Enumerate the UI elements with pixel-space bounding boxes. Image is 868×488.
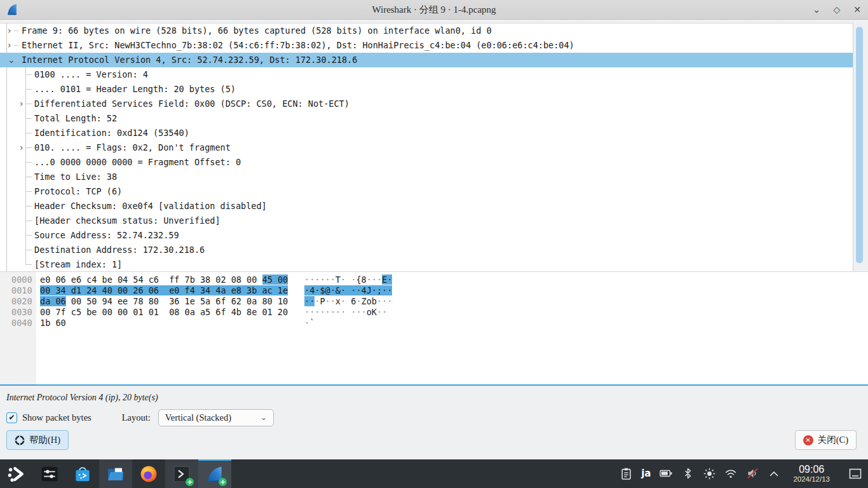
tree-row[interactable]: 0100 .... = Version: 4: [0, 67, 853, 82]
tree-row[interactable]: Destination Address: 172.30.218.6: [0, 243, 853, 257]
tree-row[interactable]: ...0 0000 0000 0000 = Fragment Offset: 0: [0, 155, 853, 170]
hex-row[interactable]: 001000 34 d1 24 40 00 26 06 e0 f4 34 4a …: [0, 285, 868, 296]
hex-bytes[interactable]: 00 34 d1 24 40 00 26 06 e0 f4 34 4a e8 3…: [40, 285, 295, 296]
taskbar-item-terminal[interactable]: +: [165, 459, 198, 488]
show-desktop-icon[interactable]: [849, 467, 862, 480]
ascii-bytes[interactable]: ·`: [304, 318, 315, 329]
tree-row-label: Internet Protocol Version 4, Src: 52.74.…: [22, 53, 357, 67]
chevron-right-icon[interactable]: ›: [20, 140, 24, 155]
bluetooth-icon[interactable]: [681, 467, 694, 480]
hex-row[interactable]: 0020da 06 00 50 94 ee 78 80 36 1e 5a 6f …: [0, 296, 868, 307]
clock-time: 09:06: [799, 464, 824, 475]
hex-offset: 0020: [0, 296, 36, 307]
taskbar-item-app-launcher[interactable]: [0, 459, 33, 488]
tree-row[interactable]: Identification: 0xd124 (53540): [0, 126, 853, 140]
tree-row[interactable]: .... 0101 = Header Length: 20 bytes (5): [0, 82, 853, 97]
hex-row[interactable]: 0000e0 06 e6 c4 be 04 54 c6 ff 7b 38 02 …: [0, 274, 868, 285]
show-packet-bytes-label: Show packet bytes: [22, 412, 92, 423]
battery-icon[interactable]: [660, 467, 672, 480]
close-window-button[interactable]: ✕: [850, 4, 864, 15]
show-packet-bytes-checkbox[interactable]: ✔: [6, 412, 17, 423]
tree-row[interactable]: ›010. .... = Flags: 0x2, Don't fragment: [0, 140, 853, 155]
tree-row-label: 010. .... = Flags: 0x2, Don't fragment: [34, 140, 231, 155]
tree-guide-tick: [26, 264, 32, 265]
hex-bytes[interactable]: 00 7f c5 be 00 00 01 01 08 0a a5 6f 4b 8…: [40, 307, 295, 318]
tree-row[interactable]: ›Ethernet II, Src: NewH3CTechno_7b:38:02…: [0, 38, 853, 53]
tree-row-label: Time to Live: 38: [34, 170, 117, 184]
tree-row[interactable]: ⌄Internet Protocol Version 4, Src: 52.74…: [0, 53, 853, 67]
new-instance-badge: +: [219, 478, 227, 486]
tree-guide-tick: [26, 118, 32, 119]
hex-bytes[interactable]: e0 06 e6 c4 be 04 54 c6 ff 7b 38 02 08 0…: [40, 274, 295, 285]
brightness-icon[interactable]: [703, 467, 715, 480]
hex-row[interactable]: 003000 7f c5 be 00 00 01 01 08 0a a5 6f …: [0, 307, 868, 318]
app-launcher-icon: [7, 464, 26, 484]
wifi-icon[interactable]: [724, 467, 737, 480]
tree-row[interactable]: Source Address: 52.74.232.59: [0, 228, 853, 243]
tree-row-label: Differentiated Services Field: 0x00 (DSC…: [34, 97, 349, 111]
digital-clock[interactable]: 09:06 2024/12/13: [793, 464, 830, 483]
system-settings-icon: [40, 464, 59, 484]
taskbar-item-firefox[interactable]: [132, 459, 165, 488]
folder-icon: [106, 464, 125, 484]
close-red-icon: ✕: [803, 435, 813, 445]
chevron-right-icon[interactable]: ›: [8, 38, 11, 53]
tree-row[interactable]: Time to Live: 38: [0, 170, 853, 184]
ascii-bytes[interactable]: ·4·$@·&· ··4J·;··: [304, 285, 392, 296]
hex-bytes[interactable]: da 06 00 50 94 ee 78 80 36 1e 5a 6f 62 0…: [40, 296, 295, 307]
tree-row-label: Total Length: 52: [34, 111, 117, 126]
taskbar-item-file-manager[interactable]: [99, 459, 132, 488]
tree-row-label: ...0 0000 0000 0000 = Fragment Offset: 0: [34, 155, 241, 170]
input-method-indicator[interactable]: ja: [641, 468, 651, 479]
tree-row-label: .... 0101 = Header Length: 20 bytes (5): [34, 82, 236, 97]
close-button-label: 关闭(C): [818, 434, 848, 446]
tree-scrollbar-thumb[interactable]: [856, 27, 863, 263]
tree-row[interactable]: [Header checksum status: Unverified]: [0, 214, 853, 228]
close-dialog-button[interactable]: ✕ 关闭(C): [795, 430, 857, 450]
volume-muted-icon[interactable]: [746, 467, 759, 480]
wireshark-packet-dialog: Wireshark · 分组 9 · 1-4.pcapng ⌄ ◇ ✕ ›Fra…: [0, 0, 868, 460]
tree-guide-tick: [26, 147, 32, 148]
tree-guide-tick: [26, 162, 32, 163]
tree-scrollbar[interactable]: [853, 23, 865, 271]
tree-row[interactable]: ›Frame 9: 66 bytes on wire (528 bits), 6…: [0, 24, 853, 38]
hex-bytes[interactable]: 1b 60: [40, 318, 295, 329]
tree-row[interactable]: Total Length: 52: [0, 111, 853, 126]
hex-offset: 0040: [0, 318, 36, 329]
help-button[interactable]: 帮助(H): [6, 430, 69, 450]
chevron-right-icon[interactable]: ›: [20, 97, 24, 111]
tree-row-label: Protocol: TCP (6): [34, 184, 122, 199]
ascii-bytes[interactable]: ······T· ·{8···E·: [304, 274, 392, 285]
maximize-button[interactable]: ◇: [830, 4, 844, 15]
layout-dropdown[interactable]: Vertical (Stacked) ⌄: [158, 409, 274, 426]
chevron-right-icon[interactable]: ›: [8, 24, 11, 38]
minimize-button[interactable]: ⌄: [810, 4, 824, 15]
clock-date: 2024/12/13: [793, 475, 830, 483]
clipboard-icon[interactable]: [620, 467, 632, 480]
tree-row[interactable]: ›Differentiated Services Field: 0x00 (DS…: [0, 97, 853, 111]
ascii-bytes[interactable]: ···P··x· 6·Zob···: [304, 296, 392, 307]
taskbar-item-system-settings[interactable]: [33, 459, 66, 488]
help-buoy-icon: [15, 435, 25, 445]
tree-row[interactable]: Header Checksum: 0xe0f4 [validation disa…: [0, 199, 853, 214]
tree-guide-tick: [26, 235, 32, 236]
tree-row-label: Identification: 0xd124 (53540): [34, 126, 189, 140]
checkmark-icon: ✔: [8, 414, 15, 421]
taskbar-item-discover[interactable]: [66, 459, 99, 488]
tray-expand-icon[interactable]: [768, 467, 780, 480]
tree-guide-tick: [26, 177, 32, 177]
ascii-bytes[interactable]: ········ ···oK··: [304, 307, 392, 318]
tree-row[interactable]: Protocol: TCP (6): [0, 184, 853, 199]
protocol-tree-pane: ›Frame 9: 66 bytes on wire (528 bits), 6…: [0, 23, 853, 271]
hex-row[interactable]: 00401b 60·`: [0, 318, 868, 329]
tree-guide-tick: [26, 206, 32, 207]
packet-bytes-pane[interactable]: 0000e0 06 e6 c4 be 04 54 c6 ff 7b 38 02 …: [0, 271, 868, 386]
tree-row[interactable]: [Stream index: 1]: [0, 257, 853, 271]
help-button-label: 帮助(H): [29, 434, 60, 446]
tree-row-label: 0100 .... = Version: 4: [34, 67, 148, 82]
tree-guide-tick: [26, 89, 32, 90]
chevron-down-icon[interactable]: ⌄: [8, 53, 15, 67]
tree-row-label: Ethernet II, Src: NewH3CTechno_7b:38:02 …: [22, 38, 574, 53]
taskbar-item-wireshark[interactable]: +: [198, 459, 231, 488]
tree-guide-tick: [26, 191, 32, 192]
